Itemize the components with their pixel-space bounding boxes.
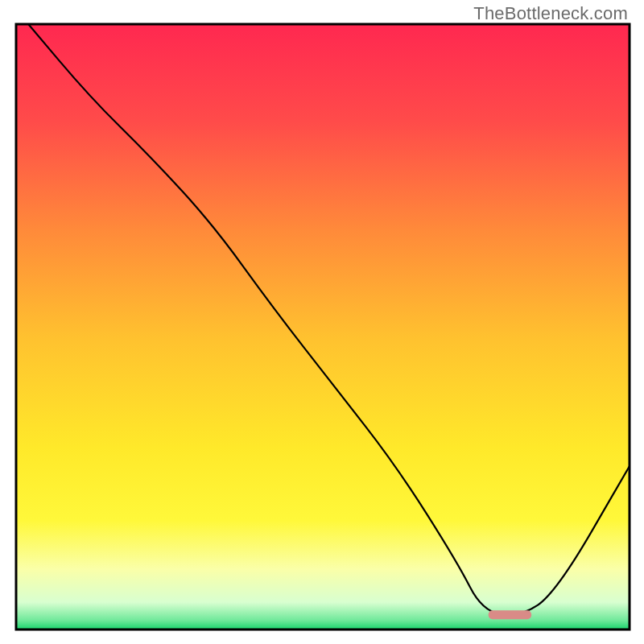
bottleneck-chart [0,0,644,644]
optimum-marker [489,610,531,619]
chart-container: TheBottleneck.com [0,0,644,644]
watermark-text: TheBottleneck.com [473,3,628,24]
